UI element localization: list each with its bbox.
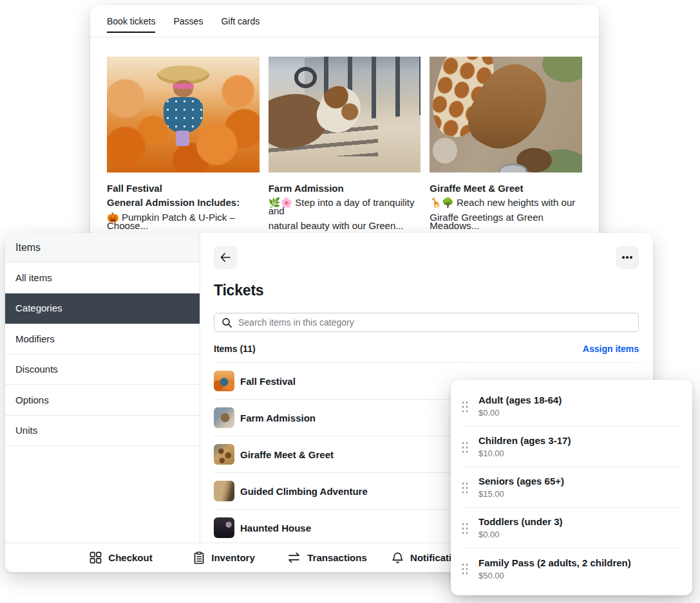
variation-price: $15.00 [478, 489, 564, 499]
search-bar[interactable] [214, 313, 639, 332]
transfer-arrows-icon [287, 552, 301, 564]
goat-farm-photo [269, 57, 421, 172]
nav-checkout[interactable]: Checkout [70, 552, 173, 564]
variation-price: $10.00 [478, 449, 571, 458]
items-count: Items (11) [214, 344, 256, 354]
nav-label: Checkout [108, 552, 152, 563]
item-thumbnail [214, 407, 234, 428]
grid-icon [90, 552, 102, 564]
card-giraffe-meet-greet[interactable]: Giraffe Meet & Greet 🦒🌳 Reach new height… [430, 57, 582, 230]
overflow-menu-button[interactable] [616, 246, 639, 269]
sidebar-item-discounts[interactable]: Discounts [5, 355, 200, 385]
tab-book-tickets[interactable]: Book tickets [107, 5, 155, 37]
variation-name: Seniors (ages 65+) [478, 476, 564, 487]
items-sidebar: Items All items Categories Modifiers Dis… [5, 233, 200, 543]
giraffe-photo [430, 57, 582, 172]
variation-text: Adult (ages 18-64) $0.00 [478, 394, 562, 418]
variation-price: $0.00 [478, 408, 562, 418]
variation-row-adult[interactable]: Adult (ages 18-64) $0.00 [461, 386, 681, 427]
item-name: Farm Admission [240, 413, 316, 423]
photo-shape [433, 138, 457, 163]
page-title: Tickets [214, 282, 639, 299]
sidebar-item-options[interactable]: Options [5, 385, 200, 416]
search-icon [222, 317, 232, 328]
tab-passes[interactable]: Passes [173, 5, 203, 37]
search-input[interactable] [238, 317, 631, 328]
item-thumbnail [214, 481, 234, 501]
sidebar-item-modifiers[interactable]: Modifiers [5, 324, 200, 355]
drag-handle-icon[interactable] [461, 481, 469, 494]
app-canvas: Book tickets Passes Gift cards Fall Fest… [0, 0, 700, 603]
variation-row-family-pass[interactable]: Family Pass (2 adults, 2 children) $50.0… [461, 548, 681, 589]
photo-shape [542, 57, 582, 82]
item-name: Haunted House [240, 523, 311, 533]
drag-handle-icon[interactable] [461, 400, 469, 413]
sidebar-title: Items [5, 233, 200, 263]
item-name: Fall Festival [240, 376, 296, 387]
nav-label: Transactions [307, 552, 367, 563]
variation-text: Toddlers (under 3) $0.00 [478, 516, 563, 539]
drag-handle-icon[interactable] [461, 522, 469, 534]
sidebar-item-categories[interactable]: Categories [5, 293, 200, 324]
variation-name: Toddlers (under 3) [478, 516, 563, 527]
variation-price: $0.00 [478, 530, 563, 539]
variation-row-toddlers[interactable]: Toddlers (under 3) $0.00 [461, 508, 681, 548]
detail-header [214, 246, 639, 269]
variation-name: Adult (ages 18-64) [478, 394, 562, 405]
drag-handle-icon[interactable] [461, 441, 469, 453]
booking-tabs: Book tickets Passes Gift cards [90, 5, 599, 37]
card-title: Giraffe Meet & Greet [430, 183, 582, 194]
variation-name: Children (ages 3-17) [478, 435, 571, 446]
variation-text: Seniors (ages 65+) $15.00 [478, 476, 564, 499]
photo-shape [294, 67, 317, 88]
back-button[interactable] [214, 246, 237, 269]
assign-items-link[interactable]: Assign items [583, 344, 639, 354]
variation-text: Children (ages 3-17) $10.00 [478, 435, 571, 458]
booking-site-panel: Book tickets Passes Gift cards Fall Fest… [90, 5, 599, 242]
photo-shape [173, 84, 194, 89]
card-title: Farm Admission [269, 183, 421, 194]
variation-row-seniors[interactable]: Seniors (ages 65+) $15.00 [461, 467, 681, 508]
item-thumbnail [214, 371, 234, 391]
card-description-line: General Admission Includes: [107, 198, 260, 207]
item-name: Giraffe Meet & Greet [240, 449, 334, 460]
back-arrow-icon [219, 251, 232, 264]
nav-inventory[interactable]: Inventory [173, 552, 276, 564]
variation-row-children[interactable]: Children (ages 3-17) $10.00 [461, 427, 681, 467]
pumpkin-patch-photo [107, 57, 260, 172]
photo-shape [176, 131, 189, 145]
card-farm-admission[interactable]: Farm Admission 🌿🌸 Step into a day of tra… [269, 57, 421, 230]
clipboard-icon [193, 552, 205, 564]
ticket-card-list: Fall Festival General Admission Includes… [90, 37, 599, 230]
items-list-header: Items (11) Assign items [214, 344, 639, 363]
variations-popover: Adult (ages 18-64) $0.00 Children (ages … [451, 380, 692, 595]
item-thumbnail [214, 517, 234, 538]
item-name: Guided Climbing Adventure [240, 486, 368, 497]
bell-icon [392, 552, 404, 564]
nav-label: Inventory [211, 552, 255, 563]
card-fall-festival[interactable]: Fall Festival General Admission Includes… [107, 57, 260, 230]
ellipsis-icon [622, 256, 632, 259]
sidebar-item-all-items[interactable]: All items [5, 263, 200, 293]
variation-name: Family Pass (2 adults, 2 children) [478, 557, 631, 568]
nav-transactions[interactable]: Transactions [276, 552, 379, 564]
tab-gift-cards[interactable]: Gift cards [221, 5, 260, 37]
card-title: Fall Festival [107, 183, 260, 194]
card-description-line: natural beauty with our Green... [269, 221, 421, 230]
item-thumbnail [214, 444, 234, 465]
photo-shape [164, 97, 203, 133]
card-description-line: Giraffe Greetings at Green Meadows... [430, 213, 582, 230]
card-description-line: 🦒🌳 Reach new heights with our [430, 198, 582, 207]
variation-price: $50.00 [478, 571, 631, 580]
card-description-line: 🎃 Pumpkin Patch & U-Pick – Choose... [107, 213, 260, 230]
sidebar-item-units[interactable]: Units [5, 416, 200, 447]
variation-text: Family Pass (2 adults, 2 children) $50.0… [478, 557, 631, 580]
card-description-line: 🌿🌸 Step into a day of tranquility and [269, 198, 421, 215]
drag-handle-icon[interactable] [461, 562, 469, 575]
